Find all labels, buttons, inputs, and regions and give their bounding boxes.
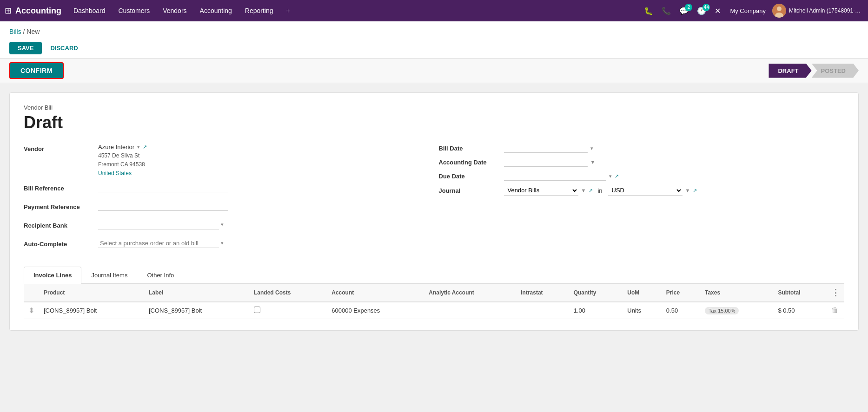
tax-pill[interactable]: Tax 15.00%: [705, 307, 739, 314]
due-date-external-link[interactable]: ↗: [615, 173, 619, 179]
tabs: Invoice Lines Journal Items Other Info: [24, 267, 844, 284]
journal-value[interactable]: Vendor Bills ▼ ↗ in USD ▼ ↗: [504, 185, 845, 196]
breadcrumb-parent[interactable]: Bills: [9, 28, 21, 35]
recipient-bank-label: Recipient Bank: [24, 220, 98, 229]
bill-date-row: Bill Date 07/18/2022 ▾: [439, 144, 845, 153]
landed-costs-checkbox[interactable]: [254, 307, 260, 313]
accounting-date-value[interactable]: 07/18/2022 ▼: [504, 157, 845, 167]
nav-add[interactable]: +: [281, 0, 296, 21]
drag-handle-icon[interactable]: ⬍: [28, 307, 34, 314]
bug-icon-button[interactable]: 🐛: [641, 5, 656, 17]
save-button[interactable]: SAVE: [9, 42, 42, 54]
auto-complete-value[interactable]: ▾: [98, 239, 430, 248]
bill-type-label: Vendor Bill: [24, 104, 844, 111]
nav-dashboard[interactable]: Dashboard: [68, 0, 111, 21]
vendor-dropdown-arrow[interactable]: ▾: [137, 144, 140, 150]
row-landed-costs[interactable]: [249, 302, 327, 319]
nav-customers[interactable]: Customers: [113, 0, 156, 21]
status-pipeline: DRAFT POSTED: [769, 64, 859, 78]
right-form-section: Bill Date 07/18/2022 ▾ Accounting Date 0…: [439, 144, 845, 257]
row-product[interactable]: [CONS_89957] Bolt: [39, 302, 144, 319]
row-quantity[interactable]: 1.00: [569, 302, 623, 319]
auto-complete-dropdown[interactable]: ▾: [221, 240, 224, 246]
table-menu-icon[interactable]: ⋮: [831, 288, 840, 298]
payment-reference-row: Payment Reference: [24, 202, 430, 216]
accounting-date-label: Accounting Date: [439, 159, 504, 166]
row-uom[interactable]: Units: [623, 302, 662, 319]
status-posted[interactable]: POSTED: [812, 64, 859, 78]
brand-label: Accounting: [15, 6, 61, 16]
row-intrastat[interactable]: [516, 302, 569, 319]
delete-icon[interactable]: 🗑: [831, 306, 839, 314]
col-analytic-account: Analytic Account: [424, 284, 516, 302]
journal-external-link[interactable]: ↗: [589, 188, 593, 194]
table-row: ⬍ [CONS_89957] Bolt [CONS_89957] Bolt 60…: [24, 302, 844, 319]
col-label: Label: [144, 284, 249, 302]
grid-icon[interactable]: ⊞: [5, 6, 12, 16]
row-label[interactable]: [CONS_89957] Bolt: [144, 302, 249, 319]
bill-date-input[interactable]: 07/18/2022: [504, 144, 588, 153]
col-handle: [24, 284, 39, 302]
phone-icon-button[interactable]: 📞: [659, 5, 674, 17]
col-taxes: Taxes: [700, 284, 773, 302]
tab-journal-items[interactable]: Journal Items: [81, 267, 137, 284]
vendor-external-link-icon[interactable]: ↗: [143, 144, 147, 150]
payment-reference-label: Payment Reference: [24, 202, 98, 210]
col-account: Account: [327, 284, 424, 302]
accounting-date-dropdown[interactable]: ▼: [590, 159, 596, 165]
close-icon-button[interactable]: ✕: [712, 5, 723, 17]
recipient-bank-dropdown[interactable]: ▾: [221, 222, 224, 228]
col-product: Product: [39, 284, 144, 302]
row-handle[interactable]: ⬍: [24, 302, 39, 319]
status-bar: CONFIRM DRAFT POSTED: [0, 59, 868, 83]
clock-icon-button[interactable]: 🕐 44: [694, 5, 709, 17]
currency-external-link[interactable]: ↗: [693, 188, 697, 194]
recipient-bank-row: Recipient Bank ▾: [24, 220, 430, 234]
user-menu[interactable]: Mitchell Admin (17548091-saas-15-2-...: [772, 4, 863, 18]
row-delete[interactable]: 🗑: [827, 302, 844, 319]
payment-reference-input[interactable]: [98, 202, 228, 211]
row-analytic-account[interactable]: [424, 302, 516, 319]
chat-icon-button[interactable]: 💬 2: [676, 5, 691, 17]
tab-other-info[interactable]: Other Info: [137, 267, 184, 284]
chat-badge: 2: [685, 4, 692, 11]
auto-complete-input[interactable]: [98, 239, 219, 248]
col-actions: ⋮: [827, 284, 844, 302]
bill-form: Vendor Azure Interior ▾ ↗ 4557 De Silva …: [24, 144, 844, 257]
tab-invoice-lines[interactable]: Invoice Lines: [24, 267, 81, 284]
nav-vendors[interactable]: Vendors: [157, 0, 192, 21]
journal-dropdown[interactable]: ▼: [581, 188, 586, 193]
bill-date-dropdown[interactable]: ▾: [590, 145, 593, 151]
row-price[interactable]: 0.50: [662, 302, 700, 319]
bill-date-value[interactable]: 07/18/2022 ▾: [504, 144, 845, 153]
breadcrumb-current: New: [27, 28, 40, 35]
accounting-date-input[interactable]: 07/18/2022: [504, 157, 588, 167]
nav-reporting[interactable]: Reporting: [239, 0, 279, 21]
due-date-value[interactable]: End of Following Month ▾ ↗: [504, 171, 845, 181]
bill-reference-input[interactable]: [98, 183, 228, 192]
row-account[interactable]: 600000 Expenses: [327, 302, 424, 319]
currency-select[interactable]: USD: [608, 185, 682, 196]
bill-date-label: Bill Date: [439, 145, 504, 152]
nav-accounting[interactable]: Accounting: [194, 0, 238, 21]
avatar: [772, 4, 786, 18]
col-subtotal: Subtotal: [773, 284, 827, 302]
confirm-button[interactable]: CONFIRM: [9, 62, 64, 79]
company-selector[interactable]: My Company: [726, 7, 769, 14]
discard-button[interactable]: DISCARD: [46, 42, 82, 54]
col-quantity: Quantity: [569, 284, 623, 302]
due-date-row: Due Date End of Following Month ▾ ↗: [439, 171, 845, 181]
status-draft[interactable]: DRAFT: [769, 64, 811, 78]
recipient-bank-input[interactable]: [98, 220, 219, 229]
currency-dropdown[interactable]: ▼: [685, 188, 690, 193]
journal-select[interactable]: Vendor Bills: [504, 185, 578, 196]
vendor-row: Vendor Azure Interior ▾ ↗ 4557 De Silva …: [24, 144, 430, 178]
bill-reference-value[interactable]: [98, 183, 430, 192]
vendor-name: Azure Interior: [98, 144, 134, 150]
due-date-input[interactable]: End of Following Month: [504, 171, 606, 181]
recipient-bank-value[interactable]: ▾: [98, 220, 430, 229]
col-price: Price: [662, 284, 700, 302]
payment-reference-value[interactable]: [98, 202, 430, 211]
row-taxes[interactable]: Tax 15.00%: [700, 302, 773, 319]
due-date-dropdown[interactable]: ▾: [609, 173, 612, 179]
